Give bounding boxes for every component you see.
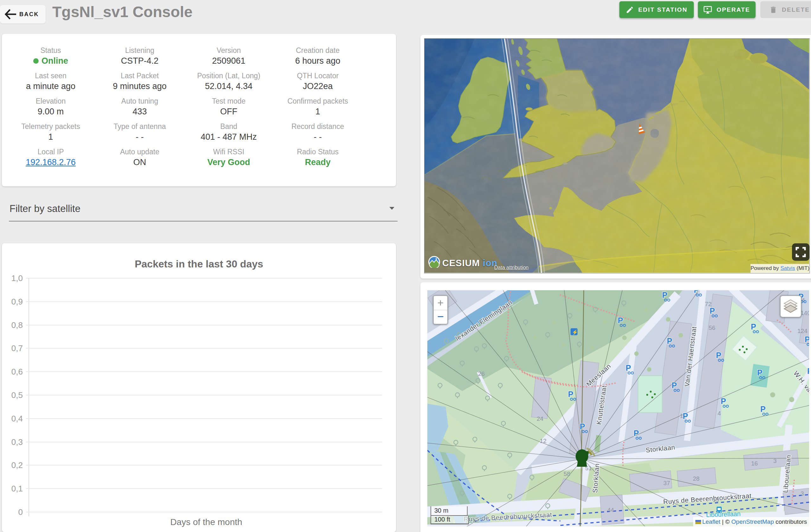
svg-text:P: P (626, 363, 631, 372)
svg-text:P: P (757, 368, 763, 377)
svg-text:P: P (667, 336, 672, 345)
svg-text:P: P (721, 397, 726, 406)
svg-text:44: 44 (607, 507, 614, 513)
svg-text:P: P (568, 390, 573, 399)
svg-text:P: P (760, 405, 766, 413)
svg-text:19: 19 (713, 497, 719, 503)
svg-text:124: 124 (797, 328, 808, 334)
svg-text:P: P (633, 429, 639, 438)
svg-text:3: 3 (800, 490, 804, 497)
svg-text:P: P (683, 412, 688, 421)
svg-text:37: 37 (663, 480, 670, 486)
svg-text:26: 26 (478, 370, 485, 377)
svg-text:P: P (694, 290, 699, 294)
svg-text:28: 28 (693, 475, 700, 482)
svg-text:P: P (805, 335, 809, 344)
svg-text:P: P (672, 381, 677, 390)
svg-text:12: 12 (540, 438, 547, 444)
svg-text:56: 56 (709, 324, 715, 331)
svg-text:⚡: ⚡ (572, 329, 578, 335)
svg-text:P: P (662, 291, 668, 300)
svg-text:P: P (716, 351, 721, 360)
svg-text:24: 24 (537, 415, 544, 422)
svg-text:P: P (807, 367, 809, 376)
svg-text:3: 3 (773, 458, 777, 464)
svg-text:58: 58 (564, 471, 570, 477)
svg-text:P: P (618, 316, 623, 325)
svg-text:P: P (751, 322, 756, 331)
svg-text:4: 4 (718, 410, 721, 417)
svg-text:P: P (709, 306, 715, 315)
svg-text:16: 16 (751, 460, 758, 467)
svg-text:P: P (580, 422, 585, 431)
svg-text:140: 140 (800, 309, 809, 316)
